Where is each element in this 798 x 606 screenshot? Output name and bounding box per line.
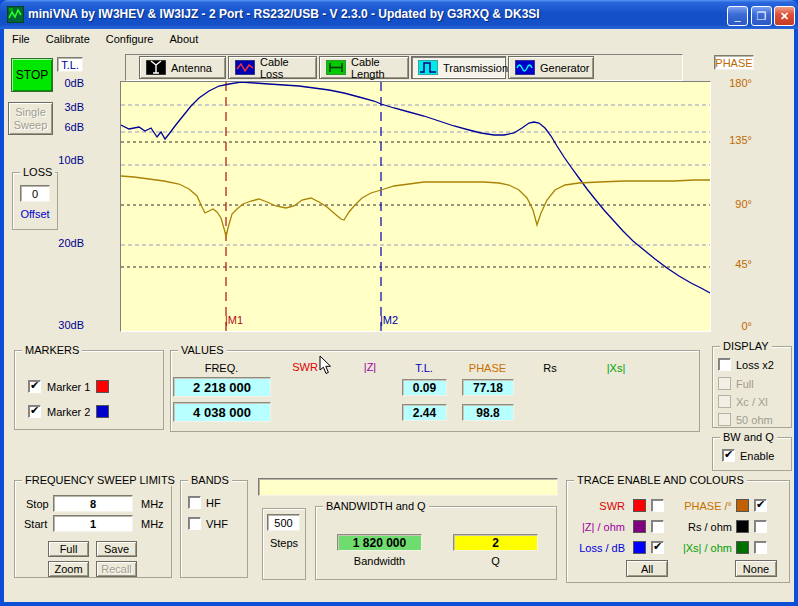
tl-tick-0db: 0dB [58,77,84,89]
tab-generator[interactable]: Generator [508,56,594,79]
loss-x2-checkbox[interactable] [718,358,731,371]
marker1-freq-text: 2 218 000 [193,380,251,395]
stop-button[interactable]: STOP [11,58,53,92]
trace-xs-checkbox[interactable] [754,541,767,554]
trace-none-label: None [743,563,769,575]
marker2-freq-text: 4 038 000 [193,405,251,420]
tl-axis-title-text: T.L. [61,59,79,71]
tl-tick-30db: 30dB [52,319,84,331]
chart-plot-area[interactable]: |M1 |M2 [120,81,711,332]
app-icon [7,6,24,23]
trace-z-checkbox[interactable] [651,520,664,533]
loss-group-title: LOSS [20,166,55,178]
tab-antenna[interactable]: Antenna [139,56,226,79]
loss-offset-value: 0 [32,188,38,200]
display-group-title: DISPLAY [720,340,772,352]
gridlines-phase [121,142,710,267]
menu-bar: File Calibrate Configure About [4,29,794,48]
start-freq-unit: MHz [141,518,164,530]
full-label: Full [736,378,754,390]
maximize-icon: ❐ [757,10,767,22]
marker2-phase-text: 98.8 [476,406,499,420]
menu-file[interactable]: File [4,31,38,47]
recall-label: Recall [101,563,132,575]
marker1-tl-text: 0.09 [413,381,436,395]
steps-value: 500 [274,517,292,529]
q-value-text: 2 [492,536,499,550]
marker2-color-swatch[interactable] [96,405,109,418]
full-checkbox[interactable] [718,377,731,390]
marker1-phase-text: 77.18 [473,381,503,395]
mouse-cursor [319,356,332,375]
marker1-checkbox[interactable] [28,380,41,393]
tab-cable-loss[interactable]: Cable Loss [228,56,317,79]
marker2-tl-text: 2.44 [413,406,436,420]
trace-phase-checkbox[interactable] [754,499,767,512]
xc-xl-checkbox[interactable] [718,395,731,408]
menu-about[interactable]: About [161,31,206,47]
menu-calibrate[interactable]: Calibrate [38,31,98,47]
zoom-button[interactable]: Zoom [48,561,89,577]
single-sweep-label: Single Sweep [11,106,51,132]
trace-rs-swatch[interactable] [736,520,749,533]
vhf-band-label: VHF [206,518,228,530]
message-field[interactable] [258,478,558,496]
trace-none-button[interactable]: None [735,560,777,577]
stop-freq-input[interactable]: 8 [53,495,133,512]
values-header-phase: PHASE [462,362,513,374]
xc-xl-label: Xc / Xl [736,396,768,408]
trace-phase-label: PHASE /° [666,500,732,512]
marker1-label: |M1 [225,314,243,326]
gridlines-loss [121,105,710,245]
trace-z-swatch[interactable] [633,520,646,533]
phase-axis-title-text: PHASE [715,57,752,69]
50-ohm-checkbox[interactable] [718,413,731,426]
cable-length-icon [326,60,346,75]
values-header-freq: FREQ. [173,362,270,374]
tab-cable-loss-label: Cable Loss [260,56,310,80]
marker1-color-swatch[interactable] [96,380,109,393]
trace-all-label: All [641,563,653,575]
tab-transmission[interactable]: Transmission [411,56,506,79]
values-header-tl: T.L. [402,362,446,374]
close-button[interactable]: ✕ [774,6,795,26]
trace-loss-swatch[interactable] [633,541,646,554]
trace-phase-swatch[interactable] [736,499,749,512]
single-sweep-button[interactable]: Single Sweep [8,102,53,135]
bwq-enable-checkbox[interactable] [722,449,735,462]
vhf-band-checkbox[interactable] [188,517,201,530]
full-span-button[interactable]: Full [48,541,89,557]
bwq-enable-label: Enable [740,450,774,462]
minimize-icon: _ [734,10,740,22]
stop-freq-label: Stop [26,498,49,510]
trace-swr-checkbox[interactable] [651,499,664,512]
start-freq-input[interactable]: 1 [53,515,133,532]
trace-xs-swatch[interactable] [736,541,749,554]
stop-freq-value: 8 [90,498,96,510]
antenna-icon [146,60,166,75]
trace-rs-checkbox[interactable] [754,520,767,533]
loss-offset-input[interactable]: 0 [20,185,50,202]
save-button[interactable]: Save [96,541,137,557]
trace-enable-group-title: TRACE ENABLE AND COLOURS [574,474,747,486]
window-title: miniVNA by IW3HEV & IW3IJZ - 2 Port - RS… [28,7,540,21]
tl-tick-10db: 10dB [52,154,84,166]
menu-configure[interactable]: Configure [98,31,162,47]
tl-tick-20db: 20dB [52,237,84,249]
trace-swr-swatch[interactable] [633,499,646,512]
minimize-button[interactable]: _ [727,6,748,26]
steps-input[interactable]: 500 [267,514,300,531]
tl-axis-title: T.L. [57,57,83,72]
bandwidth-label: Bandwidth [337,555,422,567]
tab-cable-length[interactable]: Cable Length [319,56,409,79]
hf-band-checkbox[interactable] [188,496,201,509]
marker1-tl-value: 0.09 [402,379,447,396]
maximize-button[interactable]: ❐ [751,6,772,26]
trace-loss-checkbox[interactable] [651,541,664,554]
bands-group-title: BANDS [188,474,232,486]
trace-rs-label: Rs / ohm [666,521,732,533]
zoom-label: Zoom [54,563,82,575]
marker2-checkbox[interactable] [28,405,41,418]
trace-all-button[interactable]: All [626,560,668,577]
recall-button[interactable]: Recall [96,561,137,577]
